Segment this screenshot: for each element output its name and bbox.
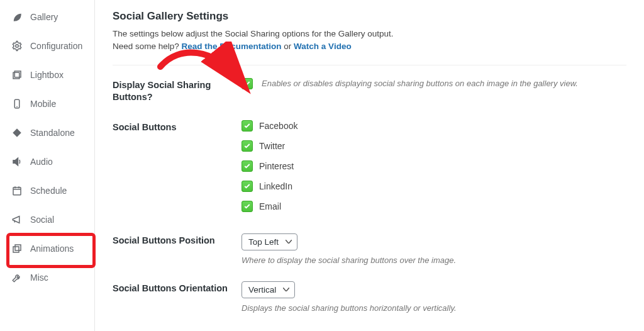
read-docs-link[interactable]: Read the Documentation xyxy=(182,42,282,51)
sidebar-item-label: Configuration xyxy=(30,41,82,51)
audio-icon xyxy=(11,156,23,167)
layers-icon xyxy=(11,69,23,81)
display-social-checkbox[interactable] xyxy=(242,78,253,89)
position-label: Social Buttons Position xyxy=(113,233,242,247)
display-social-desc: Enables or disables displaying social sh… xyxy=(262,79,578,88)
intro-help-prefix: Need some help? xyxy=(113,42,182,51)
diamond-icon xyxy=(11,127,23,138)
row-orientation: Social Buttons Orientation Vertical Disp… xyxy=(113,281,626,313)
checkbox-pinterest[interactable] xyxy=(242,160,253,172)
opt-label: LinkedIn xyxy=(259,181,292,191)
row-social-buttons: Social Buttons Facebook Twitter Pinteres… xyxy=(113,120,626,212)
orientation-label: Social Buttons Orientation xyxy=(113,281,242,295)
settings-sidebar: Gallery Configuration Lightbox Mobile St… xyxy=(0,0,95,331)
opt-label: Email xyxy=(259,201,281,211)
gear-icon xyxy=(11,40,23,52)
sidebar-item-misc[interactable]: Misc xyxy=(0,263,94,292)
mobile-icon xyxy=(11,98,23,109)
svg-rect-10 xyxy=(15,245,21,250)
checkbox-linkedin[interactable] xyxy=(242,181,253,192)
social-buttons-label: Social Buttons xyxy=(113,120,242,134)
intro-or: or xyxy=(282,42,294,51)
wrench-icon xyxy=(11,272,23,283)
divider xyxy=(113,65,626,65)
stack-icon xyxy=(11,243,23,254)
svg-rect-2 xyxy=(14,71,21,77)
position-desc: Where to display the social sharing butt… xyxy=(242,255,456,265)
main-panel: Social Gallery Settings The settings bel… xyxy=(95,0,644,331)
row-position: Social Buttons Position Top Left Where t… xyxy=(113,233,626,265)
sidebar-item-label: Mobile xyxy=(30,99,56,109)
opt-label: Twitter xyxy=(259,141,285,151)
sidebar-item-label: Social xyxy=(30,215,54,225)
sidebar-item-label: Lightbox xyxy=(30,70,64,80)
orientation-select[interactable]: Vertical xyxy=(242,281,295,298)
opt-linkedin[interactable]: LinkedIn xyxy=(242,181,297,192)
sidebar-item-schedule[interactable]: Schedule xyxy=(0,176,94,205)
sidebar-item-gallery[interactable]: Gallery xyxy=(0,3,94,31)
opt-label: Pinterest xyxy=(259,161,294,171)
watch-video-link[interactable]: Watch a Video xyxy=(294,42,352,51)
svg-point-0 xyxy=(16,45,19,48)
sidebar-item-label: Audio xyxy=(30,157,53,167)
svg-rect-5 xyxy=(13,188,21,195)
sidebar-item-audio[interactable]: Audio xyxy=(0,147,94,176)
opt-pinterest[interactable]: Pinterest xyxy=(242,160,297,172)
sidebar-item-mobile[interactable]: Mobile xyxy=(0,89,94,118)
intro-line1: The settings below adjust the Social Sha… xyxy=(113,29,394,38)
megaphone-icon xyxy=(11,214,23,225)
sidebar-item-label: Standalone xyxy=(30,128,75,138)
sidebar-item-standalone[interactable]: Standalone xyxy=(0,118,94,147)
sidebar-item-lightbox[interactable]: Lightbox xyxy=(0,60,94,89)
intro-text: The settings below adjust the Social Sha… xyxy=(113,28,626,53)
sidebar-item-label: Misc xyxy=(30,272,48,283)
sidebar-item-label: Animations xyxy=(30,244,74,254)
sidebar-item-label: Schedule xyxy=(30,186,67,196)
orientation-desc: Displays the social sharing buttons hori… xyxy=(242,303,457,313)
svg-rect-1 xyxy=(13,72,19,79)
row-display-social: Display Social Sharing Buttons? Enables … xyxy=(113,78,626,104)
opt-label: Facebook xyxy=(259,121,297,131)
svg-rect-9 xyxy=(13,247,19,252)
page-title: Social Gallery Settings xyxy=(113,10,626,23)
opt-facebook[interactable]: Facebook xyxy=(242,120,297,132)
display-social-label: Display Social Sharing Buttons? xyxy=(113,78,242,104)
opt-twitter[interactable]: Twitter xyxy=(242,140,297,152)
calendar-icon xyxy=(11,185,23,196)
sidebar-item-label: Gallery xyxy=(30,12,58,22)
checkbox-email[interactable] xyxy=(242,201,253,212)
position-select[interactable]: Top Left xyxy=(242,233,297,250)
sidebar-item-animations[interactable]: Animations xyxy=(0,234,94,263)
sidebar-item-configuration[interactable]: Configuration xyxy=(0,31,94,60)
checkbox-facebook[interactable] xyxy=(242,120,253,132)
opt-email[interactable]: Email xyxy=(242,201,297,212)
sidebar-item-social[interactable]: Social xyxy=(0,205,94,234)
leaf-icon xyxy=(11,11,23,23)
checkbox-twitter[interactable] xyxy=(242,140,253,152)
